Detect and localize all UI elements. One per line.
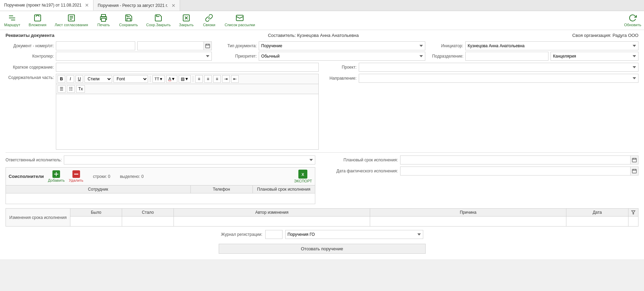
editor-toolbar: B I U Стили Font TT▼ xyxy=(56,74,318,84)
toolbar-pechat[interactable]: Печать xyxy=(95,12,112,28)
outdent-button[interactable]: ⇤ xyxy=(231,75,239,83)
short-content-label: Краткое содержание: xyxy=(6,65,54,70)
underline-button[interactable]: U xyxy=(76,75,83,83)
subdivision-code-input[interactable]: 76 xyxy=(465,52,548,61)
document-date-calendar-icon[interactable] xyxy=(204,41,212,50)
toolbar-list-soglasovaniya[interactable]: Лист согласования xyxy=(53,12,89,28)
project-select[interactable] xyxy=(359,63,639,72)
controller-select[interactable] xyxy=(56,52,212,61)
list-icon xyxy=(67,14,76,22)
actual-date-calendar-icon[interactable] xyxy=(631,167,638,175)
toolbar-sohr-zakryt[interactable]: Сохр.Закрыть xyxy=(145,12,172,28)
highlight-button[interactable]: ▨▼ xyxy=(179,75,191,83)
subdivision-name-select[interactable]: Канцелярия xyxy=(551,52,638,61)
recall-section: Отозвать поручение xyxy=(6,241,638,257)
indent-button[interactable]: ⇥ xyxy=(222,75,230,83)
editor-body[interactable] xyxy=(56,94,318,149)
dates-section: Плановый срок исполнения: Дата фактическ… xyxy=(329,155,639,178)
changes-row-reason xyxy=(370,217,566,226)
controller-row: Контролер: xyxy=(6,52,212,61)
planned-date-calendar-icon[interactable] xyxy=(631,155,638,164)
ordered-list-button[interactable]: ☷ xyxy=(67,85,75,93)
journal-name-select[interactable]: Поручения ГО xyxy=(285,230,423,239)
changes-grid: Было Стало Автор изменения Причина Дата xyxy=(70,209,638,226)
svg-marker-29 xyxy=(632,211,635,214)
toolbar-spisok-rassylki[interactable]: Список рассылки xyxy=(223,12,256,28)
initiator-label: Инициатор: xyxy=(432,43,463,48)
changes-col-filter[interactable] xyxy=(628,209,638,217)
responsible-select[interactable] xyxy=(64,155,315,164)
export-button[interactable]: X ЭКСПОРТ xyxy=(294,170,312,183)
changes-col-author: Автор изменения xyxy=(174,209,370,217)
direction-select[interactable] xyxy=(359,74,639,83)
svg-rect-25 xyxy=(632,169,636,173)
actual-date-label: Дата фактического исполнения: xyxy=(329,169,398,173)
route-icon xyxy=(8,14,16,22)
recall-button[interactable]: Отозвать поручение xyxy=(219,244,426,254)
document-number-input[interactable] xyxy=(56,41,135,50)
project-row: Проект: xyxy=(326,63,639,72)
planned-date-input-group xyxy=(400,155,639,164)
toolbar-svyazi[interactable]: Связки xyxy=(200,12,218,28)
journal-row: Журнал регистрации: 12 Поручения ГО xyxy=(6,230,638,239)
co-executors-section: Соисполнители Добавить xyxy=(6,167,315,204)
delete-co-executor-button[interactable]: Удалить xyxy=(69,170,83,182)
close-icon xyxy=(182,14,190,22)
tab-2[interactable]: Поручения - Реестр за август 2021 г. ✕ xyxy=(93,0,180,11)
document-date-field: 11.08.2021 xyxy=(137,41,212,50)
italic-button[interactable]: I xyxy=(67,75,74,83)
planned-date-input[interactable] xyxy=(400,155,631,164)
align-center-button[interactable]: ≡ xyxy=(204,75,212,83)
bold-button[interactable]: B xyxy=(58,75,65,83)
tab-1[interactable]: Поручение (проект №197) от 11.08.2021 ✕ xyxy=(0,0,93,11)
export-icon: X xyxy=(298,170,307,179)
co-executors-header: Сотрудник Телефон Плановый срок исполнен… xyxy=(6,185,315,193)
co-executors-table: Соисполнители Добавить xyxy=(6,167,315,204)
priority-select[interactable]: Обычный xyxy=(259,52,425,61)
changes-col-stalo: Стало xyxy=(122,209,174,217)
attachment-icon xyxy=(33,14,42,22)
align-left-button[interactable]: ≡ xyxy=(195,75,203,83)
actual-date-input[interactable] xyxy=(400,167,631,175)
document-date-input[interactable]: 11.08.2021 xyxy=(137,41,204,50)
styles-select[interactable]: Стили xyxy=(85,75,112,83)
changes-col-reason: Причина xyxy=(370,209,566,217)
text-color-button[interactable]: A▼ xyxy=(166,75,177,83)
toolbar-marshrut[interactable]: Маршрут xyxy=(3,12,22,28)
clear-format-button[interactable]: Tx xyxy=(76,85,85,93)
tab-2-close[interactable]: ✕ xyxy=(171,3,176,8)
doc-type-row: Тип документа: Поручение xyxy=(219,41,425,50)
col-planned-date: Плановый срок исполнения xyxy=(253,185,315,193)
align-right-button[interactable]: ≡ xyxy=(213,75,221,83)
journal-number-input[interactable]: 12 xyxy=(265,230,283,239)
project-label: Проект: xyxy=(326,65,357,70)
svg-rect-21 xyxy=(632,158,636,162)
toolbar-vlozheniya[interactable]: Вложения xyxy=(27,12,48,28)
initiator-select[interactable]: Кузнецова Анна Анатольевна xyxy=(465,41,638,50)
short-content-input[interactable] xyxy=(56,63,319,72)
col-employee: Сотрудник xyxy=(6,185,191,193)
link-icon xyxy=(205,14,213,22)
toolbar-sohranit[interactable]: Сохранить xyxy=(118,12,139,28)
add-co-executor-button[interactable]: Добавить xyxy=(48,170,65,182)
changes-col-date: Дата xyxy=(566,209,628,217)
toolbar-obnovit[interactable]: Обновить xyxy=(624,14,641,27)
org-label: Своя организация: Радуга ООО xyxy=(572,33,638,38)
direction-row: Направление: xyxy=(326,74,639,83)
bullet-list-button[interactable]: ☰ xyxy=(58,85,66,93)
content-editor-section: Содержательная часть: B I U Стили Font xyxy=(6,74,319,150)
doc-type-select[interactable]: Поручение xyxy=(259,41,425,50)
toolbar-zakryt[interactable]: Закрыть xyxy=(178,12,195,28)
tab-1-close[interactable]: ✕ xyxy=(85,2,89,8)
changes-section: Изменения срока исполнения Было Стало Ав… xyxy=(6,208,638,227)
font-size-button[interactable]: TT▼ xyxy=(152,75,165,83)
toolbar: Маршрут Вложения Лист согласования Печат… xyxy=(0,11,644,30)
save-close-icon xyxy=(154,14,162,22)
responsible-label: Ответственный исполнитель: xyxy=(6,158,62,162)
subdivision-row: Подразделение: 76 Канцелярия xyxy=(432,52,638,61)
planned-date-row: Плановый срок исполнения: xyxy=(329,155,639,164)
doc-type-label: Тип документа: xyxy=(219,43,257,48)
document-row: Документ - номер/от: 11.08.2021 xyxy=(6,41,212,50)
document-label: Документ - номер/от: xyxy=(6,43,54,48)
font-select[interactable]: Font xyxy=(113,75,148,83)
